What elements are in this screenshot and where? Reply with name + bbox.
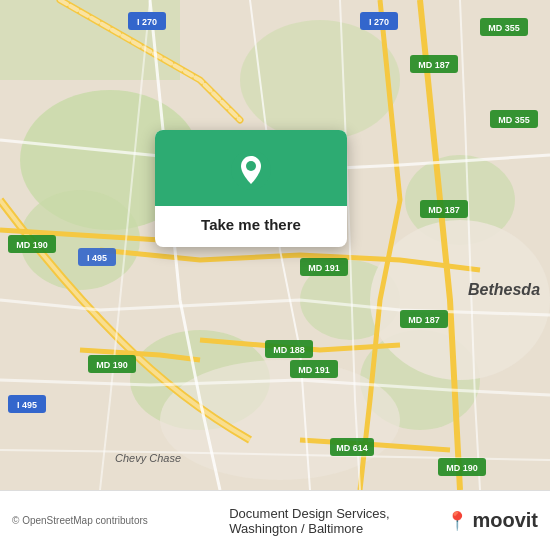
svg-text:MD 614: MD 614 bbox=[336, 443, 368, 453]
popup-button[interactable]: Take me there bbox=[185, 206, 317, 247]
svg-text:MD 190: MD 190 bbox=[96, 360, 128, 370]
svg-text:MD 355: MD 355 bbox=[488, 23, 520, 33]
svg-point-9 bbox=[370, 220, 550, 380]
moovit-logo: 📍 moovit bbox=[446, 509, 538, 532]
svg-text:MD 355: MD 355 bbox=[498, 115, 530, 125]
location-pin-icon bbox=[229, 148, 273, 192]
svg-text:MD 188: MD 188 bbox=[273, 345, 305, 355]
svg-text:MD 187: MD 187 bbox=[428, 205, 460, 215]
svg-text:MD 191: MD 191 bbox=[298, 365, 330, 375]
svg-text:MD 187: MD 187 bbox=[418, 60, 450, 70]
svg-point-46 bbox=[246, 161, 256, 171]
svg-text:I 270: I 270 bbox=[369, 17, 389, 27]
svg-text:Bethesda: Bethesda bbox=[468, 281, 540, 298]
svg-text:I 270: I 270 bbox=[137, 17, 157, 27]
map-area: I 270 I 270 MD 355 MD 355 MD 187 MD 187 … bbox=[0, 0, 550, 490]
svg-text:I 495: I 495 bbox=[87, 253, 107, 263]
copyright-text: © OpenStreetMap contributors bbox=[12, 515, 221, 526]
svg-text:MD 191: MD 191 bbox=[308, 263, 340, 273]
business-name: Document Design Services, Washington / B… bbox=[229, 506, 438, 536]
location-popup: Take me there bbox=[155, 130, 347, 247]
moovit-brand-label: moovit bbox=[472, 509, 538, 532]
bottom-info: Document Design Services, Washington / B… bbox=[229, 506, 438, 536]
svg-text:Chevy Chase: Chevy Chase bbox=[115, 452, 181, 464]
svg-text:MD 190: MD 190 bbox=[16, 240, 48, 250]
svg-text:I 495: I 495 bbox=[17, 400, 37, 410]
bottom-bar: © OpenStreetMap contributors Document De… bbox=[0, 490, 550, 550]
svg-point-8 bbox=[240, 20, 400, 140]
svg-text:MD 187: MD 187 bbox=[408, 315, 440, 325]
svg-text:MD 190: MD 190 bbox=[446, 463, 478, 473]
popup-header bbox=[155, 130, 347, 206]
moovit-pin-icon: 📍 bbox=[446, 510, 468, 532]
